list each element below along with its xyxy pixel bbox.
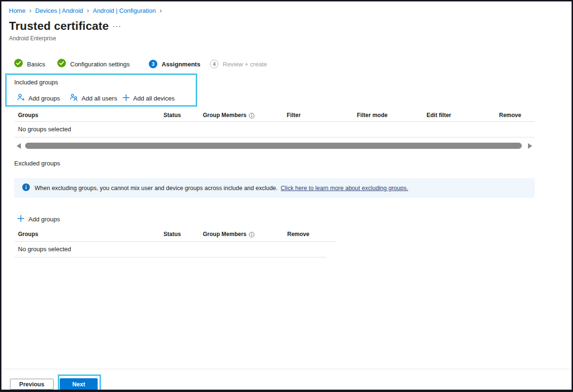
footer-divider (1, 369, 572, 369)
column-edit-filter: Edit filter (427, 112, 451, 119)
more-options-button[interactable]: ··· (112, 22, 121, 31)
included-groups-heading: Included groups (14, 79, 58, 86)
scroll-right-arrow-icon[interactable] (528, 143, 532, 149)
plus-icon (122, 94, 130, 103)
breadcrumb-separator: › (160, 7, 162, 14)
add-all-devices-button[interactable]: Add all devices (122, 93, 174, 103)
column-status: Status (164, 112, 181, 119)
add-groups-excluded-label: Add groups (28, 216, 60, 223)
trusted-certificate-page: Home › Devices | Android › Android | Con… (0, 0, 573, 392)
add-groups-button[interactable]: Add groups (17, 93, 60, 103)
add-all-users-label: Add all users (82, 95, 117, 102)
info-banner-text: When excluding groups, you cannot mix us… (35, 185, 278, 191)
info-filled-icon (22, 183, 30, 193)
column-group-members-label: Group Members (203, 231, 246, 237)
step-4-circle-icon: 4 (210, 60, 218, 68)
included-groups-empty-text: No groups selected (18, 126, 71, 133)
people-icon (70, 93, 78, 103)
column-remove: Remove (287, 231, 309, 237)
add-groups-label: Add groups (28, 95, 60, 102)
included-groups-table-header: Groups Status Group Members Filter Filte… (14, 110, 535, 122)
column-filter-mode: Filter mode (357, 112, 388, 119)
check-circle-icon (14, 59, 23, 69)
page-title: Trusted certificate (9, 19, 109, 33)
column-groups: Groups (18, 112, 38, 119)
excluded-groups-table-header: Groups Status Group Members Remove (14, 229, 337, 242)
column-group-members: Group Members (203, 112, 255, 119)
tab-configuration-settings-label: Configuration settings (70, 61, 130, 68)
breadcrumb-separator: › (29, 7, 32, 14)
horizontal-scrollbar[interactable] (14, 141, 535, 151)
scroll-left-arrow-icon[interactable] (17, 143, 21, 149)
step-3-circle-icon: 3 (149, 60, 157, 68)
tab-assignments-label: Assignments (162, 61, 200, 68)
column-status: Status (164, 231, 181, 237)
tab-assignments[interactable]: 3 Assignments (149, 59, 200, 69)
column-remove: Remove (499, 112, 521, 119)
tab-review-create-label: Review + create (223, 61, 267, 68)
excluded-groups-heading: Excluded groups (14, 160, 60, 167)
tab-basics-label: Basics (27, 61, 45, 68)
column-group-members-label: Group Members (203, 112, 246, 119)
tab-configuration-settings[interactable]: Configuration settings (57, 59, 130, 69)
breadcrumb-link-devices-android[interactable]: Devices | Android (35, 7, 83, 14)
info-tooltip-icon[interactable] (249, 232, 255, 237)
column-group-members: Group Members (203, 231, 255, 237)
breadcrumb-link-android-configuration[interactable]: Android | Configuration (93, 7, 156, 14)
column-groups: Groups (18, 231, 38, 237)
breadcrumb: Home › Devices | Android › Android | Con… (9, 7, 165, 14)
page-subtitle: Android Enterprise (9, 35, 56, 42)
plus-icon (17, 215, 25, 224)
breadcrumb-separator: › (87, 7, 89, 14)
breadcrumb-link-home[interactable]: Home (9, 7, 26, 14)
tab-review-create: 4 Review + create (210, 59, 267, 69)
add-all-users-button[interactable]: Add all users (70, 93, 117, 103)
add-all-devices-label: Add all devices (133, 95, 174, 102)
scrollbar-thumb[interactable] (25, 143, 522, 149)
excluding-groups-learn-more-link[interactable]: Click here to learn more about excluding… (281, 185, 408, 191)
tab-basics[interactable]: Basics (14, 59, 45, 69)
info-banner-text-wrap: When excluding groups, you cannot mix us… (35, 185, 408, 191)
person-add-icon (17, 93, 25, 103)
next-button[interactable]: Next (60, 378, 98, 390)
included-groups-empty-row: No groups selected (14, 122, 535, 137)
check-circle-icon (57, 59, 66, 69)
excluded-groups-empty-row: No groups selected (14, 242, 326, 257)
info-tooltip-icon[interactable] (249, 113, 255, 119)
add-groups-excluded-button[interactable]: Add groups (17, 214, 60, 224)
previous-button[interactable]: Previous (10, 379, 54, 390)
info-banner: When excluding groups, you cannot mix us… (14, 178, 535, 198)
column-filter: Filter (287, 112, 300, 119)
excluded-groups-empty-text: No groups selected (18, 246, 71, 253)
